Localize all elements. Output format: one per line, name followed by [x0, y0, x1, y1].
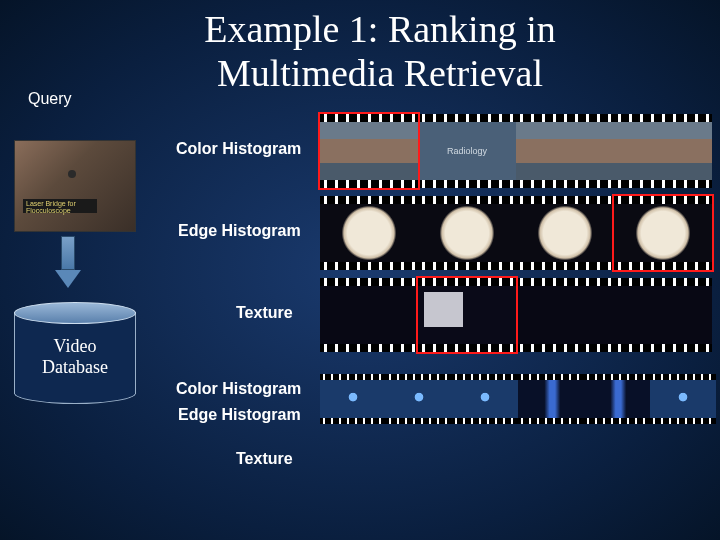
result-thumb [386, 374, 452, 424]
query-image-marker [68, 170, 76, 178]
title-line1: Example 1: Ranking in [204, 8, 555, 50]
video-database-cylinder: Video Database [14, 302, 136, 404]
slide-title: Example 1: Ranking in Multimedia Retriev… [80, 0, 680, 95]
feature-label-combined-color: Color Histogram [176, 380, 301, 398]
query-image: Laser Bridge for Flocculoscope [14, 140, 136, 232]
query-label: Query [28, 90, 72, 108]
result-thumb [320, 114, 418, 188]
feature-label-combined-edge: Edge Histogram [178, 406, 301, 424]
result-thumb [320, 196, 418, 270]
result-thumb [320, 278, 418, 352]
title-line2: Multimedia Retrieval [217, 52, 543, 94]
feature-label-texture: Texture [236, 304, 293, 322]
feature-label-edge-histogram: Edge Histogram [178, 222, 301, 240]
arrow-down-icon [55, 236, 81, 288]
db-label-line1: Video [54, 336, 97, 356]
radiology-text: Radiology [418, 122, 516, 180]
result-thumb [418, 196, 516, 270]
result-thumb: Radiology [418, 114, 516, 188]
result-thumb [516, 278, 614, 352]
result-row-color-histogram: Radiology [320, 114, 712, 188]
result-thumb [516, 114, 614, 188]
result-thumb [614, 114, 712, 188]
feature-label-color-histogram: Color Histogram [176, 140, 301, 158]
result-thumb [650, 374, 716, 424]
feature-label-combined-texture: Texture [236, 450, 293, 468]
result-thumb [320, 374, 386, 424]
result-thumb [584, 374, 650, 424]
result-thumb [518, 374, 584, 424]
result-row-combined [320, 374, 716, 424]
db-label-line2: Database [42, 357, 108, 377]
query-image-caption: Laser Bridge for Flocculoscope [23, 199, 97, 213]
result-row-edge-histogram [320, 196, 712, 270]
result-thumb [614, 278, 712, 352]
result-row-texture [320, 278, 712, 352]
result-thumb [614, 196, 712, 270]
result-thumb [516, 196, 614, 270]
result-thumb [452, 374, 518, 424]
result-thumb [418, 278, 516, 352]
